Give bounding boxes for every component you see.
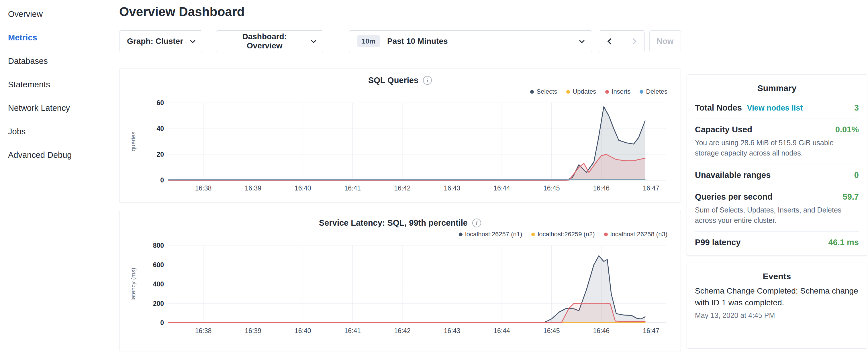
legend-label: Deletes xyxy=(646,88,668,95)
service-latency-chart-card: Service Latency: SQL, 99th percentile i … xyxy=(119,211,681,351)
sidebar-item-network-latency[interactable]: Network Latency xyxy=(8,96,115,120)
legend-label: localhost:26257 (n1) xyxy=(465,231,522,238)
svg-text:16:42: 16:42 xyxy=(394,327,411,334)
time-prev-button[interactable] xyxy=(599,31,622,52)
svg-text:16:40: 16:40 xyxy=(294,327,311,334)
event-item[interactable]: Schema Change Completed: Schema change w… xyxy=(695,285,859,320)
chevron-right-icon xyxy=(630,38,637,44)
time-range-dropdown[interactable]: 10m Past 10 Minutes xyxy=(349,30,592,52)
chevron-down-icon xyxy=(190,38,195,43)
svg-text:16:44: 16:44 xyxy=(493,185,510,192)
legend-item[interactable]: Deletes xyxy=(640,88,668,95)
legend-item[interactable]: localhost:26259 (n2) xyxy=(531,231,595,238)
svg-text:16:41: 16:41 xyxy=(344,185,361,192)
main-content: Overview Dashboard Graph: Cluster Dashbo… xyxy=(119,0,681,351)
graph-scope-label: Graph: Cluster xyxy=(127,37,183,46)
summary-label: Total Nodes xyxy=(695,103,742,112)
svg-text:60: 60 xyxy=(156,99,164,106)
svg-text:16:41: 16:41 xyxy=(344,327,361,334)
legend-dot-icon xyxy=(604,232,608,236)
chevron-down-icon xyxy=(580,38,585,43)
time-next-button[interactable] xyxy=(622,31,645,52)
page-title: Overview Dashboard xyxy=(119,5,681,19)
time-pager xyxy=(599,30,645,52)
summary-row-total-nodes: Total Nodes View nodes list 3 xyxy=(695,97,859,119)
legend-dot-icon xyxy=(530,90,534,94)
legend-dot-icon xyxy=(566,90,570,94)
events-panel: Events Schema Change Completed: Schema c… xyxy=(687,263,867,349)
service-latency-chart[interactable]: 020040060080016:3816:3916:4016:4116:4216… xyxy=(125,239,675,338)
dashboard-dropdown[interactable]: Dashboard: Overview xyxy=(216,30,323,52)
svg-text:16:46: 16:46 xyxy=(593,327,610,334)
svg-text:16:47: 16:47 xyxy=(643,185,659,192)
summary-subtext: Sum of Selects, Updates, Inserts, and De… xyxy=(695,205,859,225)
time-range-label: Past 10 Minutes xyxy=(387,37,572,46)
summary-label: P99 latency xyxy=(695,238,741,247)
legend-label: Inserts xyxy=(612,88,630,95)
svg-text:16:47: 16:47 xyxy=(643,327,659,334)
sidebar-item-jobs[interactable]: Jobs xyxy=(8,120,115,143)
summary-subtext: You are using 28.6 MiB of 515.9 GiB usab… xyxy=(695,138,859,158)
dashboard-controls: Graph: Cluster Dashboard: Overview 10m P… xyxy=(119,30,681,52)
svg-text:400: 400 xyxy=(153,280,164,288)
summary-value: 0 xyxy=(854,170,859,180)
info-icon[interactable]: i xyxy=(423,76,432,85)
legend-item[interactable]: Updates xyxy=(566,88,596,95)
legend-item[interactable]: Inserts xyxy=(605,88,630,95)
legend-item[interactable]: Selects xyxy=(530,88,557,95)
view-nodes-list-link[interactable]: View nodes list xyxy=(747,104,803,112)
legend-dot-icon xyxy=(531,232,535,236)
svg-text:16:39: 16:39 xyxy=(245,327,261,334)
svg-text:40: 40 xyxy=(156,125,164,132)
legend-label: Updates xyxy=(572,88,596,95)
sql-queries-chart-card: SQL Queries i SelectsUpdatesInsertsDelet… xyxy=(119,68,681,203)
sidebar-item-advanced-debug[interactable]: Advanced Debug xyxy=(8,143,115,167)
events-title: Events xyxy=(695,271,859,281)
chart-title: SQL Queries xyxy=(368,75,418,85)
info-icon[interactable]: i xyxy=(472,219,481,227)
summary-label: Capacity Used xyxy=(695,125,752,134)
summary-row-unavailable-ranges: Unavailable ranges 0 xyxy=(695,164,859,186)
svg-text:16:43: 16:43 xyxy=(444,327,461,334)
summary-label: Unavailable ranges xyxy=(695,170,771,180)
legend-item[interactable]: localhost:26257 (n1) xyxy=(459,231,522,238)
svg-text:800: 800 xyxy=(153,242,164,249)
svg-text:200: 200 xyxy=(153,300,164,307)
svg-text:0: 0 xyxy=(160,176,164,184)
svg-text:16:43: 16:43 xyxy=(444,185,461,192)
time-range-badge: 10m xyxy=(358,35,380,47)
summary-value: 3 xyxy=(854,103,859,112)
legend-label: localhost:26259 (n2) xyxy=(537,231,595,238)
legend-dot-icon xyxy=(459,232,463,236)
chevron-down-icon xyxy=(311,38,316,43)
dashboard-dropdown-label: Dashboard: Overview xyxy=(224,32,306,51)
sidebar-item-statements[interactable]: Statements xyxy=(8,73,115,96)
svg-text:16:39: 16:39 xyxy=(245,185,261,192)
event-text: Schema Change Completed: Schema change w… xyxy=(695,285,859,309)
sql-queries-chart[interactable]: 020406016:3816:3916:4016:4116:4216:4316:… xyxy=(125,97,675,195)
legend-item[interactable]: localhost:26258 (n3) xyxy=(604,231,668,238)
legend-dot-icon xyxy=(640,90,643,94)
svg-text:16:45: 16:45 xyxy=(543,327,560,334)
summary-panel: Summary Total Nodes View nodes list 3 Ca… xyxy=(687,74,867,256)
sidebar-item-databases[interactable]: Databases xyxy=(8,49,115,73)
chevron-left-icon xyxy=(608,38,614,44)
chart-legend: SelectsUpdatesInsertsDeletes xyxy=(125,87,675,97)
sidebar-item-metrics[interactable]: Metrics xyxy=(8,26,115,49)
summary-title: Summary xyxy=(695,83,859,93)
svg-text:600: 600 xyxy=(153,261,164,269)
svg-text:queries: queries xyxy=(130,132,136,152)
chart-legend: localhost:26257 (n1)localhost:26259 (n2)… xyxy=(125,229,675,239)
svg-text:0: 0 xyxy=(160,319,164,326)
summary-row-queries-per-second: Queries per second 59.7 Sum of Selects, … xyxy=(695,186,859,231)
svg-text:latency (ms): latency (ms) xyxy=(130,268,136,300)
summary-label: Queries per second xyxy=(695,192,773,202)
sidebar-item-overview[interactable]: Overview xyxy=(8,2,115,26)
summary-value: 59.7 xyxy=(843,192,859,202)
legend-dot-icon xyxy=(605,90,609,94)
graph-scope-dropdown[interactable]: Graph: Cluster xyxy=(119,30,202,52)
now-button[interactable]: Now xyxy=(649,30,681,52)
svg-text:16:45: 16:45 xyxy=(543,185,560,192)
legend-label: Selects xyxy=(536,88,557,95)
sidebar: Overview Metrics Databases Statements Ne… xyxy=(0,0,115,167)
